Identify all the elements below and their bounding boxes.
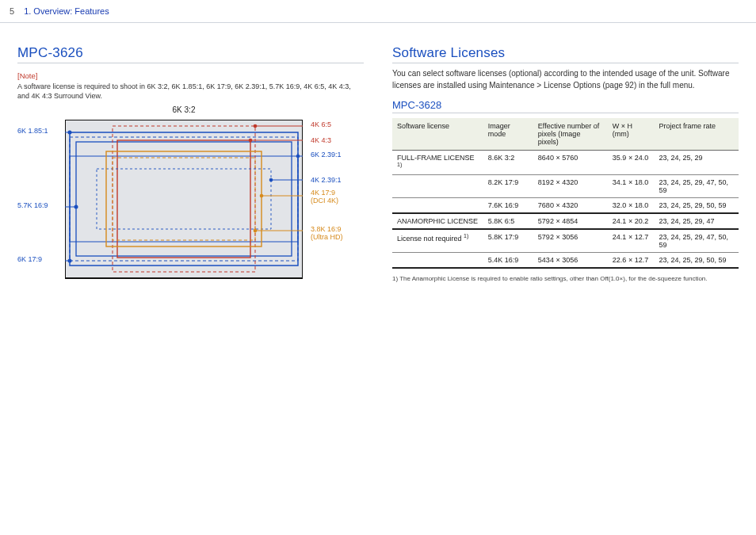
diagram-label-text: 3.8K 16:9	[311, 225, 342, 233]
diagram-label: 6K 17:9	[17, 256, 42, 264]
note-body: A software license is required to shoot …	[17, 82, 364, 101]
left-column: MPC-3626 [Note] A software license is re…	[17, 45, 364, 297]
table-row: 7.6K 16:97680 × 432032.0 × 18.023, 24, 2…	[392, 198, 739, 214]
table-cell	[392, 253, 483, 269]
diagram-top-label: 6K 3:2	[173, 105, 196, 114]
table-cell: 8192 × 4320	[533, 175, 608, 198]
table-cell	[392, 175, 483, 198]
table-cell: 5792 × 3056	[533, 229, 608, 253]
diagram-label-sub: (DCI 4K)	[311, 197, 338, 204]
page-body: MPC-3626 [Note] A software license is re…	[0, 23, 756, 297]
table-cell: ANAMORPHIC LICENSE	[392, 213, 483, 229]
diagram-label: 4K 17:9 (DCI 4K)	[311, 189, 338, 205]
table-header-row: Software license Imager mode Effective n…	[392, 118, 739, 151]
diagram-label: 5.7K 16:9	[17, 202, 48, 210]
aspect-diagram: 6K 3:2	[17, 115, 350, 297]
header-bar: 5 1. Overview: Features	[0, 0, 756, 23]
table-cell: 7.6K 16:9	[483, 198, 533, 214]
right-model-heading: MPC-3628	[392, 99, 739, 113]
table-cell: 23, 24, 25, 29, 47	[654, 213, 739, 229]
table-cell: 5434 × 3056	[533, 253, 608, 269]
table-cell: 23, 24, 25, 29, 47, 50, 59	[654, 175, 739, 198]
table-row: 5.4K 16:95434 × 305622.6 × 12.723, 24, 2…	[392, 253, 739, 269]
col-license: Software license	[392, 118, 483, 151]
table-cell: 5.8K 17:9	[483, 229, 533, 253]
table-cell	[392, 198, 483, 214]
diagram-label: 3.8K 16:9 (Ultra HD)	[311, 226, 343, 242]
table-cell: 23, 24, 25, 29	[654, 151, 739, 175]
table-cell: 23, 24, 25, 29, 50, 59	[654, 253, 739, 269]
col-framerate: Project frame rate	[654, 118, 739, 151]
table-row: ANAMORPHIC LICENSE5.8K 6:55792 × 485424.…	[392, 213, 739, 229]
table-cell: 23, 24, 25, 29, 47, 50, 59	[654, 229, 739, 253]
table-cell: 32.0 × 18.0	[608, 198, 655, 214]
col-wh: W × H (mm)	[608, 118, 655, 151]
table-row: FULL-FRAME LICENSE 1)8.6K 3:28640 × 5760…	[392, 151, 739, 175]
diagram-label: 6K 2.39:1	[311, 151, 342, 159]
table-cell: 8640 × 5760	[533, 151, 608, 175]
diagram-label: 6K 1.85:1	[17, 128, 48, 136]
software-licenses-heading: Software Licenses	[392, 45, 739, 63]
table-cell: 8.2K 17:9	[483, 175, 533, 198]
table-footnote: 1) The Anamorphic License is required to…	[392, 275, 739, 282]
table-cell: 5.8K 6:5	[483, 213, 533, 229]
diagram-label-text: 4K 17:9	[311, 189, 335, 197]
table-cell: 24.1 × 20.2	[608, 213, 655, 229]
table-cell: License not required 1)	[392, 229, 483, 253]
breadcrumb: 1. Overview: Features	[24, 6, 109, 16]
table-cell: 35.9 × 24.0	[608, 151, 655, 175]
table-cell: 22.6 × 12.7	[608, 253, 655, 269]
svg-rect-0	[65, 120, 303, 278]
table-cell: 24.1 × 12.7	[608, 229, 655, 253]
left-model-heading: MPC-3626	[17, 45, 364, 63]
table-cell: 7680 × 4320	[533, 198, 608, 214]
page-number: 5	[10, 6, 14, 16]
table-cell: 8.6K 3:2	[483, 151, 533, 175]
diagram-svg	[65, 120, 303, 286]
diagram-label: 4K 4:3	[311, 137, 331, 145]
note-tag: [Note]	[17, 71, 364, 80]
diagram-label: 4K 2.39:1	[311, 177, 342, 185]
table-cell: FULL-FRAME LICENSE 1)	[392, 151, 483, 175]
table-cell: 34.1 × 18.0	[608, 175, 655, 198]
table-cell: 5.4K 16:9	[483, 253, 533, 269]
table-cell: 5792 × 4854	[533, 213, 608, 229]
license-table-body: FULL-FRAME LICENSE 1)8.6K 3:28640 × 5760…	[392, 151, 739, 269]
right-column: Software Licenses You can select softwar…	[392, 45, 739, 297]
diagram-label-sub: (Ultra HD)	[311, 233, 343, 241]
intro-paragraph: You can select software licenses (option…	[392, 68, 739, 91]
table-cell: 23, 24, 25, 29, 50, 59	[654, 198, 739, 214]
diagram-label: 4K 6:5	[311, 121, 331, 129]
table-row: License not required 1)5.8K 17:95792 × 3…	[392, 229, 739, 253]
table-row: 8.2K 17:98192 × 432034.1 × 18.023, 24, 2…	[392, 175, 739, 198]
col-pixels: Effective number of pixels (Image pixels…	[533, 118, 608, 151]
license-table: Software license Imager mode Effective n…	[392, 118, 739, 269]
col-imager: Imager mode	[483, 118, 533, 151]
